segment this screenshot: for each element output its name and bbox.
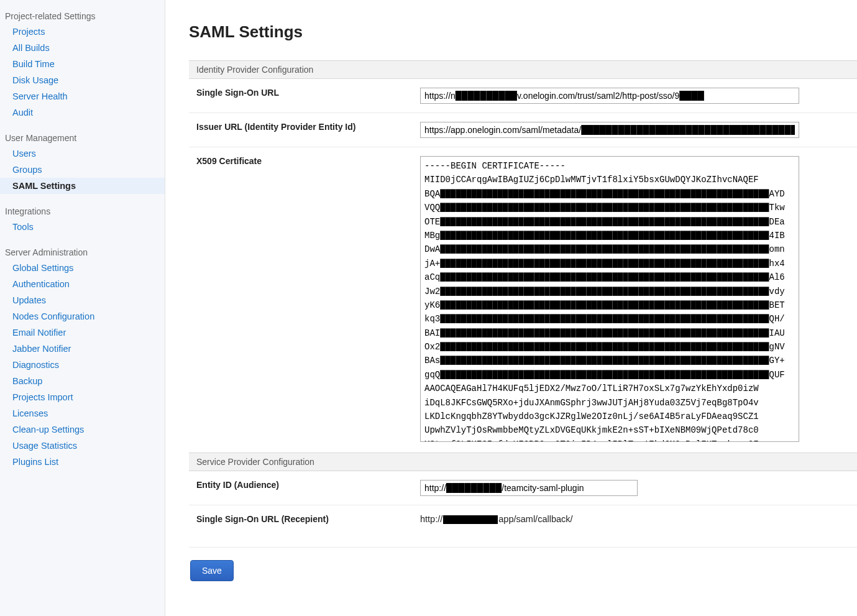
label-issuer-url: Issuer URL (Identity Provider Entity Id)	[196, 122, 420, 132]
label-entity-id: Entity ID (Audience)	[196, 480, 420, 490]
input-issuer-url[interactable]	[420, 122, 799, 138]
label-sp-sso-url: Single Sign-On URL (Recepient)	[196, 514, 420, 524]
sp-section-header: Service Provider Configuration	[189, 453, 857, 471]
sidebar-item-cleanup-settings[interactable]: Clean-up Settings	[0, 421, 165, 438]
sidebar-section-server-admin: Server Administration Global Settings Au…	[0, 245, 165, 470]
sp-sso-url-value: http://app/saml/callback/	[420, 514, 573, 524]
row-sp-sso-url: Single Sign-On URL (Recepient) http://ap…	[189, 505, 857, 533]
redacted-host	[443, 515, 498, 524]
sidebar-item-saml-settings[interactable]: SAML Settings	[0, 178, 165, 194]
sidebar-item-server-health[interactable]: Server Health	[0, 88, 165, 104]
sidebar-item-licenses[interactable]: Licenses	[0, 405, 165, 421]
page-title: SAML Settings	[189, 22, 857, 42]
sidebar-item-diagnostics[interactable]: Diagnostics	[0, 357, 165, 373]
label-x509-cert: X509 Certificate	[196, 156, 420, 166]
sidebar-item-email-notifier[interactable]: Email Notifier	[0, 324, 165, 341]
sidebar-item-build-time[interactable]: Build Time	[0, 56, 165, 72]
sidebar-item-backup[interactable]: Backup	[0, 373, 165, 389]
sidebar: Project-related Settings Projects All Bu…	[0, 0, 165, 616]
sidebar-item-all-builds[interactable]: All Builds	[0, 40, 165, 56]
sidebar-section-title: Integrations	[0, 204, 165, 219]
label-sso-url: Single Sign-On URL	[196, 88, 420, 98]
sidebar-section-title: User Management	[0, 131, 165, 145]
sidebar-item-updates[interactable]: Updates	[0, 292, 165, 308]
sidebar-section-project: Project-related Settings Projects All Bu…	[0, 9, 165, 121]
save-button[interactable]: Save	[190, 560, 234, 581]
sidebar-item-global-settings[interactable]: Global Settings	[0, 260, 165, 276]
input-sso-url[interactable]	[420, 88, 799, 104]
sidebar-item-audit[interactable]: Audit	[0, 104, 165, 121]
sidebar-item-groups[interactable]: Groups	[0, 162, 165, 178]
sidebar-item-users[interactable]: Users	[0, 145, 165, 162]
sidebar-item-projects[interactable]: Projects	[0, 24, 165, 40]
sidebar-section-title: Project-related Settings	[0, 9, 165, 24]
sidebar-item-plugins-list[interactable]: Plugins List	[0, 454, 165, 470]
sidebar-item-tools[interactable]: Tools	[0, 219, 165, 235]
input-entity-id[interactable]	[420, 480, 638, 496]
sidebar-section-user-mgmt: User Management Users Groups SAML Settin…	[0, 131, 165, 194]
idp-section-header: Identity Provider Configuration	[189, 60, 857, 79]
sidebar-item-nodes-config[interactable]: Nodes Configuration	[0, 308, 165, 324]
sidebar-section-title: Server Administration	[0, 245, 165, 260]
spacer	[189, 533, 857, 548]
row-sso-url: Single Sign-On URL	[189, 79, 857, 113]
row-issuer-url: Issuer URL (Identity Provider Entity Id)	[189, 113, 857, 147]
sidebar-item-authentication[interactable]: Authentication	[0, 276, 165, 292]
sidebar-item-jabber-notifier[interactable]: Jabber Notifier	[0, 341, 165, 357]
main-content: SAML Settings Identity Provider Configur…	[165, 0, 857, 616]
sidebar-section-integrations: Integrations Tools	[0, 204, 165, 235]
row-x509-cert: X509 Certificate	[189, 147, 857, 453]
textarea-x509-cert[interactable]	[420, 156, 799, 442]
sidebar-item-usage-statistics[interactable]: Usage Statistics	[0, 438, 165, 454]
sidebar-item-disk-usage[interactable]: Disk Usage	[0, 72, 165, 88]
sidebar-item-projects-import[interactable]: Projects Import	[0, 389, 165, 405]
row-entity-id: Entity ID (Audience)	[189, 471, 857, 505]
